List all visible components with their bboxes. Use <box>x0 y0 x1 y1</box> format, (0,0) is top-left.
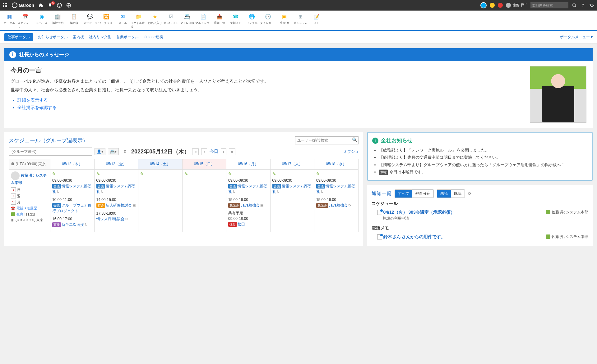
announce-item[interactable]: 【経理部より】先月の交通費申請は明日までに実施してください。 <box>379 154 588 161</box>
status-dot-blue[interactable] <box>480 2 487 8</box>
app-15[interactable]: 🌐リンク集 <box>244 12 260 29</box>
announce-item[interactable]: 【総務部より】「テレワーク実施ルール」 を公開しました。 <box>379 147 588 154</box>
app-0[interactable]: ▦ポータル <box>1 12 17 29</box>
search-icon[interactable]: 🔍 <box>352 137 357 142</box>
portal-tab-4[interactable]: 営業ポータル <box>116 34 139 40</box>
day-header-5[interactable]: 05/17（火） <box>270 159 314 170</box>
schedule-event[interactable]: 10:00-11:00会議グループウェア移行プロジェクト <box>52 197 92 214</box>
app-17[interactable]: ▣kintone <box>276 12 292 29</box>
globe-icon[interactable] <box>66 2 72 8</box>
refresh-icon[interactable]: ⟳ <box>468 191 472 196</box>
notif-item[interactable]: 佐藤 昇; システム本部鈴木さん さんからの用件です。 <box>372 232 588 242</box>
schedule-option-link[interactable]: オプショ <box>344 149 359 154</box>
schedule-event[interactable]: 15:00-16:00勉強会Java勉強会▤ <box>228 197 268 208</box>
phone-memo-history-link[interactable]: ☎️電話メモ履歴 <box>11 206 48 211</box>
person-filter-button[interactable]: 👤▾ <box>95 148 105 155</box>
app-11[interactable]: 📇アドレス帳 <box>179 12 195 29</box>
status-dot-red[interactable] <box>498 3 503 8</box>
app-8[interactable]: 📁ファイル管理 <box>131 12 147 29</box>
app-19[interactable]: 📝メモ <box>308 12 325 29</box>
seg-unread[interactable]: 未読 <box>437 190 451 198</box>
portal-tab-0[interactable]: 仕事ポータル <box>4 33 33 41</box>
calendar-picker-button[interactable]: 🗓 <box>121 148 129 155</box>
notif-item[interactable]: 佐藤 昇; システム本部04/12（火） 303会議室（承認必須）施設の利用申請 <box>372 208 588 223</box>
view-month-link[interactable]: 31月 <box>11 200 48 205</box>
schedule-event[interactable]: 09:00-09:30会議情報システム部朝礼↻ <box>52 178 92 194</box>
next-day-button[interactable]: › <box>221 148 226 155</box>
add-event-icon[interactable]: ✎ <box>272 171 276 176</box>
notification-panel: 通知一覧 すべて @自分宛 未読 既読 ⟳ スケジュール佐藤 昇; システム本部… <box>367 185 593 246</box>
schedule-event[interactable]: 09:00-09:30会議情報システム部朝礼↻ <box>96 178 137 194</box>
schedule-event[interactable]: 16:00-17:00面接新卒二次面接↻ <box>52 216 92 227</box>
app-14[interactable]: ☎電話メモ <box>228 12 244 29</box>
app-18[interactable]: ⊞他システム <box>292 12 308 29</box>
app-4[interactable]: 📋掲示板 <box>66 12 82 29</box>
add-event-icon[interactable]: ✎ <box>184 171 188 176</box>
portal-tab-3[interactable]: 社内リンク集 <box>89 34 111 40</box>
app-2[interactable]: ◉スペース <box>34 12 50 29</box>
portal-tab-2[interactable]: 案内板 <box>73 34 84 40</box>
portal-tab-1[interactable]: お知らせポータル <box>38 34 68 40</box>
app-12[interactable]: 📄マルチレポート <box>195 12 211 29</box>
app-9[interactable]: ★お気に入り <box>147 12 163 29</box>
app-label: お気に入り <box>148 21 162 25</box>
help-icon[interactable]: ? <box>580 2 586 8</box>
schedule-event[interactable]: 15:00-16:00勉強会Java勉強会↻ <box>316 197 356 208</box>
global-search-input[interactable] <box>530 2 568 8</box>
day-header-0[interactable]: 05/12（木） <box>50 159 95 170</box>
view-day-link[interactable]: 1日 <box>11 187 48 192</box>
day-header-1[interactable]: 05/13（金） <box>94 159 138 170</box>
add-event-icon[interactable]: ✎ <box>96 171 100 176</box>
user-menu[interactable]: 佐藤 昇 ˅ <box>506 3 527 8</box>
day-header-6[interactable]: 05/18（水） <box>314 159 359 170</box>
schedule-event[interactable]: 14:00-15:00打合新人研修検討会▤ <box>96 197 137 208</box>
home-icon[interactable] <box>38 2 44 8</box>
schedule-search-input[interactable] <box>295 136 359 144</box>
app-7[interactable]: ✉メール <box>114 12 131 29</box>
app-6[interactable]: 🔀ワークフロー <box>98 12 114 29</box>
view-week-link[interactable]: 7週 <box>11 193 48 198</box>
search-icon[interactable] <box>572 2 577 8</box>
today-button[interactable]: 今日 <box>210 149 218 154</box>
schedule-event[interactable]: 09:00-09:30会議情報システム部朝礼↻ <box>272 178 312 194</box>
day-header-2[interactable]: 05/14（土） <box>138 159 183 170</box>
next-week-button[interactable]: » <box>229 148 235 155</box>
app-3[interactable]: 🏢施設予約 <box>50 12 66 29</box>
president-link-bulletin[interactable]: 全社掲示を確認する <box>17 105 57 110</box>
schedule-event[interactable]: 09:00-09:30会議情報システム部朝礼↻ <box>228 178 268 194</box>
day-header-3[interactable]: 05/15（日） <box>182 159 226 170</box>
brand-logo[interactable]: Garoon <box>12 2 34 8</box>
schedule-event[interactable]: 17:30-18:00情シス月1雑談会↻ <box>96 211 137 222</box>
portal-tab-5[interactable]: kintone連携 <box>144 34 163 40</box>
announce-item[interactable]: 【情報システム部より】グループウェアの使い方に迷ったら「グループウェア活用情報」… <box>379 161 588 168</box>
portal-menu-dropdown[interactable]: ポータルメニュー ▾ <box>560 34 593 40</box>
bell-icon[interactable]: 5 <box>47 2 53 8</box>
app-13[interactable]: 📥通知一覧 <box>211 12 228 29</box>
add-event-icon[interactable]: ✎ <box>316 171 320 176</box>
add-event-icon[interactable]: ✎ <box>52 171 56 176</box>
prev-week-button[interactable]: « <box>192 148 199 155</box>
add-event-icon[interactable]: ✎ <box>228 171 232 176</box>
apps-grid-icon[interactable] <box>2 2 8 8</box>
gear-icon[interactable] <box>589 2 595 8</box>
app-1[interactable]: 📅スケジュール <box>17 12 34 29</box>
app-5[interactable]: 💬メッセージ <box>82 12 98 29</box>
day-header-4[interactable]: 05/16（月） <box>226 159 271 170</box>
app-10[interactable]: ☑ToDoリスト <box>163 12 179 29</box>
app-16[interactable]: 🕒タイムカード <box>260 12 276 29</box>
president-link-detail[interactable]: 詳細を表示する <box>17 98 48 102</box>
seg-mine[interactable]: @自分宛 <box>412 190 433 198</box>
add-event-icon[interactable]: ✎ <box>140 171 144 176</box>
prev-day-button[interactable]: ‹ <box>201 148 207 155</box>
group-select[interactable] <box>9 148 92 156</box>
seg-all[interactable]: すべて <box>395 190 412 198</box>
schedule-event[interactable]: 09:00-18:00休み松田 <box>228 216 268 227</box>
seg-read[interactable]: 既読 <box>451 190 465 198</box>
smile-icon[interactable] <box>57 2 62 8</box>
schedule-event[interactable]: 09:00-09:30会議情報システム部朝礼↻ <box>316 178 356 194</box>
notification-title[interactable]: 通知一覧 <box>372 190 391 197</box>
facility-filter-button[interactable]: 📇▾ <box>108 148 119 155</box>
presence-row[interactable]: 🟩在席 [11:21] <box>11 212 48 216</box>
status-dot-yellow[interactable] <box>490 3 495 8</box>
schedule-title[interactable]: スケジュール（グループ週表示） <box>9 137 88 144</box>
